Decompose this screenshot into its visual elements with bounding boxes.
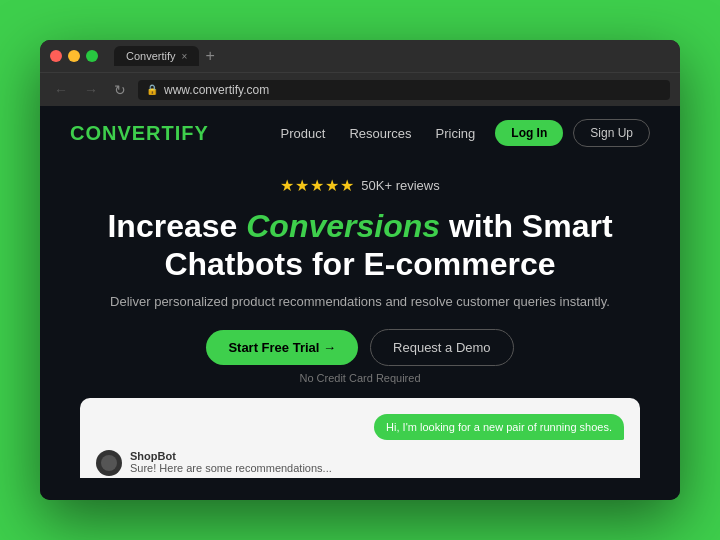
site-logo: CONVERTIFY	[70, 122, 209, 145]
hero-title-part1: Increase	[107, 208, 246, 244]
site-nav: CONVERTIFY Product Resources Pricing Log…	[40, 106, 680, 160]
tab-title: Convertify	[126, 50, 176, 62]
nav-link-resources[interactable]: Resources	[349, 126, 411, 141]
back-button[interactable]: ←	[50, 80, 72, 100]
traffic-lights	[50, 50, 98, 62]
hero-subtitle: Deliver personalized product recommendat…	[110, 294, 610, 309]
reviews-count: 50K+ reviews	[361, 178, 439, 193]
forward-button[interactable]: →	[80, 80, 102, 100]
request-demo-button[interactable]: Request a Demo	[370, 329, 514, 366]
lock-icon: 🔒	[146, 84, 158, 95]
signup-button[interactable]: Sign Up	[573, 119, 650, 147]
nav-actions: Log In Sign Up	[495, 119, 650, 147]
bot-avatar	[96, 450, 122, 476]
star-rating: ★★★★★	[280, 176, 355, 195]
maximize-dot[interactable]	[86, 50, 98, 62]
reviews-row: ★★★★★ 50K+ reviews	[70, 176, 650, 195]
login-button[interactable]: Log In	[495, 120, 563, 146]
minimize-dot[interactable]	[68, 50, 80, 62]
hero-title-highlight: Conversions	[246, 208, 440, 244]
bot-info: ShopBot Sure! Here are some recommendati…	[130, 450, 332, 474]
close-dot[interactable]	[50, 50, 62, 62]
tab-bar: Convertify × +	[114, 46, 670, 66]
nav-link-product[interactable]: Product	[281, 126, 326, 141]
browser-window: Convertify × + ← → ↻ 🔒 www.convertify.co…	[40, 40, 680, 500]
user-chat-bubble: Hi, I'm looking for a new pair of runnin…	[374, 414, 624, 440]
tab-close-icon[interactable]: ×	[182, 51, 188, 62]
chat-preview: Hi, I'm looking for a new pair of runnin…	[80, 398, 640, 478]
title-bar: Convertify × +	[40, 40, 680, 72]
reload-button[interactable]: ↻	[110, 80, 130, 100]
url-text: www.convertify.com	[164, 83, 269, 97]
new-tab-button[interactable]: +	[205, 47, 214, 65]
cta-row: Start Free Trial → Request a Demo	[70, 329, 650, 366]
bot-name: ShopBot	[130, 450, 332, 462]
hero-title: Increase Conversions with Smart Chatbots…	[70, 207, 650, 284]
website-content: CONVERTIFY Product Resources Pricing Log…	[40, 106, 680, 500]
nav-link-pricing[interactable]: Pricing	[436, 126, 476, 141]
start-trial-button[interactable]: Start Free Trial →	[206, 330, 358, 365]
no-credit-card-text: No Credit Card Required	[70, 372, 650, 384]
bot-message: Sure! Here are some recommendations...	[130, 462, 332, 474]
hero-section: ★★★★★ 50K+ reviews Increase Conversions …	[40, 160, 680, 384]
address-bar: ← → ↻ 🔒 www.convertify.com	[40, 72, 680, 106]
bot-avatar-inner	[101, 455, 117, 471]
url-bar[interactable]: 🔒 www.convertify.com	[138, 80, 670, 100]
bot-chat-row: ShopBot Sure! Here are some recommendati…	[96, 450, 624, 476]
nav-links: Product Resources Pricing	[281, 126, 476, 141]
browser-tab[interactable]: Convertify ×	[114, 46, 199, 66]
